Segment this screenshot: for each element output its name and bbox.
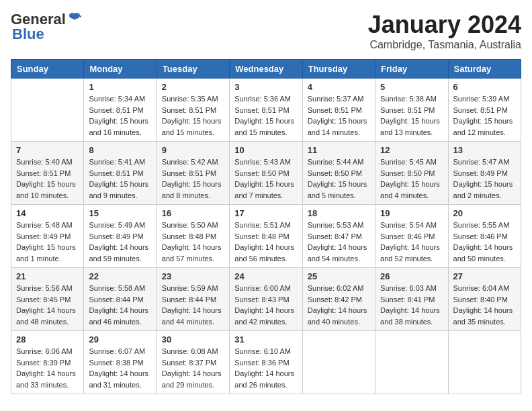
day-info-line: and 31 minutes.: [89, 381, 141, 389]
day-info-line: Sunset: 8:44 PM: [162, 295, 216, 304]
calendar-day-cell: 11Sunrise: 5:44 AMSunset: 8:50 PMDayligh…: [302, 142, 375, 205]
calendar-day-cell: [375, 331, 448, 394]
day-info-line: and 13 minutes.: [380, 128, 433, 136]
calendar-week-row: 28Sunrise: 6:06 AMSunset: 8:39 PMDayligh…: [11, 331, 521, 394]
calendar-day-cell: 17Sunrise: 5:51 AMSunset: 8:48 PMDayligh…: [230, 205, 302, 268]
day-info-line: Sunrise: 6:03 AM: [380, 284, 437, 292]
day-info: Sunrise: 5:54 AMSunset: 8:46 PMDaylight:…: [380, 220, 443, 264]
day-info: Sunrise: 5:58 AMSunset: 8:44 PMDaylight:…: [89, 283, 151, 327]
day-info-line: and 56 minutes.: [234, 255, 287, 263]
day-info-line: and 42 minutes.: [234, 318, 287, 326]
day-info-line: Daylight: 15 hours: [234, 117, 294, 125]
day-info-line: and 44 minutes.: [162, 318, 214, 326]
day-info-line: and 29 minutes.: [162, 381, 214, 389]
day-info-line: Sunrise: 6:06 AM: [16, 347, 73, 355]
day-info-line: and 8 minutes.: [162, 191, 210, 199]
logo: General Blue: [11, 11, 82, 43]
day-number: 26: [380, 271, 443, 281]
day-info-line: and 54 minutes.: [308, 255, 360, 263]
day-number: 19: [380, 208, 443, 218]
logo-blue-text: Blue: [12, 26, 44, 43]
day-info-line: Daylight: 14 hours: [234, 369, 294, 377]
day-info-line: and 52 minutes.: [380, 255, 433, 263]
day-info-line: Sunrise: 5:54 AM: [380, 221, 437, 229]
day-info-line: Sunrise: 6:08 AM: [162, 347, 218, 355]
day-info-line: Sunset: 8:45 PM: [16, 295, 71, 304]
day-info-line: Daylight: 14 hours: [89, 306, 148, 314]
day-info-line: Sunrise: 5:34 AM: [89, 95, 145, 103]
day-info-line: Sunset: 8:39 PM: [16, 359, 71, 367]
day-info-line: Sunset: 8:51 PM: [89, 169, 143, 177]
calendar-day-cell: 15Sunrise: 5:49 AMSunset: 8:49 PMDayligh…: [84, 205, 157, 268]
day-info-line: and 59 minutes.: [89, 255, 141, 263]
calendar-day-cell: 28Sunrise: 6:06 AMSunset: 8:39 PMDayligh…: [11, 331, 84, 394]
day-info-line: Sunset: 8:38 PM: [89, 359, 143, 367]
calendar-week-row: 7Sunrise: 5:40 AMSunset: 8:51 PMDaylight…: [11, 142, 521, 205]
day-info-line: Sunset: 8:50 PM: [308, 169, 362, 177]
day-info-line: Sunrise: 5:41 AM: [89, 158, 145, 166]
calendar-day-cell: 26Sunrise: 6:03 AMSunset: 8:41 PMDayligh…: [375, 268, 448, 331]
day-info-line: and 57 minutes.: [162, 255, 214, 263]
calendar-week-row: 1Sunrise: 5:34 AMSunset: 8:51 PMDaylight…: [11, 79, 521, 142]
day-info-line: Daylight: 15 hours: [453, 117, 513, 125]
day-info: Sunrise: 5:45 AMSunset: 8:50 PMDaylight:…: [380, 156, 443, 201]
day-info-line: Daylight: 14 hours: [162, 306, 222, 314]
day-number: 22: [89, 271, 151, 281]
day-info-line: Sunrise: 6:07 AM: [89, 347, 145, 355]
calendar-day-cell: 31Sunrise: 6:10 AMSunset: 8:36 PMDayligh…: [230, 331, 302, 394]
calendar-day-cell: 18Sunrise: 5:53 AMSunset: 8:47 PMDayligh…: [302, 205, 375, 268]
day-info-line: Sunrise: 5:42 AM: [162, 158, 218, 166]
day-info-line: and 15 minutes.: [234, 128, 287, 136]
calendar-day-header: Tuesday: [157, 60, 229, 79]
day-info-line: Daylight: 14 hours: [162, 369, 222, 377]
day-info-line: Daylight: 15 hours: [16, 180, 76, 188]
day-info: Sunrise: 5:55 AMSunset: 8:46 PMDaylight:…: [453, 220, 516, 264]
day-info-line: Sunrise: 5:56 AM: [16, 284, 73, 292]
day-number: 12: [380, 145, 443, 155]
day-info-line: Sunrise: 6:10 AM: [234, 347, 291, 355]
day-info: Sunrise: 6:02 AMSunset: 8:42 PMDaylight:…: [308, 283, 370, 327]
day-number: 10: [234, 145, 297, 155]
day-number: 8: [89, 145, 151, 155]
day-info-line: and 35 minutes.: [453, 318, 506, 326]
day-info-line: and 33 minutes.: [16, 381, 69, 389]
day-info-line: Sunset: 8:51 PM: [380, 106, 435, 114]
calendar-day-cell: 25Sunrise: 6:02 AMSunset: 8:42 PMDayligh…: [302, 268, 375, 331]
day-info-line: Sunset: 8:51 PM: [89, 106, 143, 114]
day-info-line: Sunrise: 5:45 AM: [380, 158, 437, 166]
calendar-day-header: Saturday: [448, 60, 521, 79]
calendar-day-cell: 9Sunrise: 5:42 AMSunset: 8:51 PMDaylight…: [157, 142, 229, 205]
calendar-day-cell: 12Sunrise: 5:45 AMSunset: 8:50 PMDayligh…: [375, 142, 448, 205]
day-info: Sunrise: 5:56 AMSunset: 8:45 PMDaylight:…: [16, 283, 79, 327]
day-number: 31: [234, 334, 297, 345]
calendar-day-cell: 24Sunrise: 6:00 AMSunset: 8:43 PMDayligh…: [230, 268, 302, 331]
day-number: 3: [234, 82, 297, 92]
day-info: Sunrise: 5:37 AMSunset: 8:51 PMDaylight:…: [308, 93, 370, 138]
calendar-day-cell: 13Sunrise: 5:47 AMSunset: 8:49 PMDayligh…: [448, 142, 521, 205]
day-number: 29: [89, 334, 151, 345]
month-title: January 2024: [368, 11, 521, 39]
day-info-line: Daylight: 14 hours: [16, 369, 76, 377]
day-info-line: and 26 minutes.: [234, 381, 287, 389]
day-info: Sunrise: 5:48 AMSunset: 8:49 PMDaylight:…: [16, 220, 79, 264]
calendar-week-row: 14Sunrise: 5:48 AMSunset: 8:49 PMDayligh…: [11, 205, 521, 268]
day-info-line: Daylight: 15 hours: [380, 117, 440, 125]
day-info-line: Sunset: 8:51 PM: [308, 106, 362, 114]
day-info-line: Daylight: 14 hours: [162, 243, 222, 251]
day-info-line: and 2 minutes.: [453, 191, 502, 199]
day-number: 9: [162, 145, 224, 155]
day-info-line: Sunset: 8:40 PM: [453, 295, 508, 304]
day-info: Sunrise: 6:04 AMSunset: 8:40 PMDaylight:…: [453, 283, 516, 327]
day-info-line: Daylight: 15 hours: [162, 180, 222, 188]
day-info-line: Sunset: 8:51 PM: [162, 106, 216, 114]
calendar-day-cell: 3Sunrise: 5:36 AMSunset: 8:51 PMDaylight…: [230, 79, 302, 142]
calendar-header-row: SundayMondayTuesdayWednesdayThursdayFrid…: [11, 60, 521, 79]
day-info: Sunrise: 6:03 AMSunset: 8:41 PMDaylight:…: [380, 283, 443, 327]
day-info-line: and 4 minutes.: [380, 191, 429, 199]
day-info: Sunrise: 5:34 AMSunset: 8:51 PMDaylight:…: [89, 93, 151, 138]
day-number: 28: [16, 334, 79, 345]
calendar-table: SundayMondayTuesdayWednesdayThursdayFrid…: [11, 59, 521, 394]
day-info-line: Daylight: 15 hours: [308, 117, 367, 125]
day-number: 17: [234, 208, 297, 218]
calendar-day-header: Monday: [84, 60, 157, 79]
